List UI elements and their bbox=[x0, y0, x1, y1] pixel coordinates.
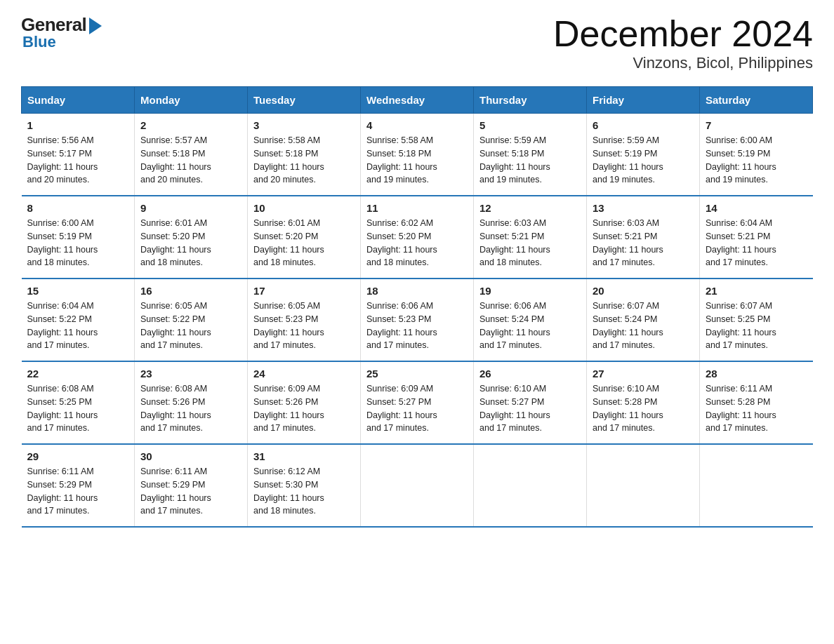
calendar-cell: 15 Sunrise: 6:04 AMSunset: 5:22 PMDaylig… bbox=[22, 279, 135, 361]
calendar-cell: 1 Sunrise: 5:56 AMSunset: 5:17 PMDayligh… bbox=[22, 114, 135, 196]
calendar-cell: 12 Sunrise: 6:03 AMSunset: 5:21 PMDaylig… bbox=[474, 196, 587, 279]
calendar-cell bbox=[361, 444, 474, 527]
calendar-cell: 23 Sunrise: 6:08 AMSunset: 5:26 PMDaylig… bbox=[135, 361, 248, 444]
day-info: Sunrise: 6:11 AMSunset: 5:29 PMDaylight:… bbox=[140, 465, 241, 518]
day-number: 27 bbox=[593, 368, 694, 380]
day-number: 11 bbox=[366, 202, 468, 214]
day-info: Sunrise: 6:12 AMSunset: 5:30 PMDaylight:… bbox=[253, 465, 355, 518]
calendar-cell: 7 Sunrise: 6:00 AMSunset: 5:19 PMDayligh… bbox=[700, 114, 813, 196]
day-number: 21 bbox=[706, 285, 807, 297]
calendar-header-sunday: Sunday bbox=[22, 87, 135, 114]
day-number: 16 bbox=[140, 285, 241, 297]
day-info: Sunrise: 6:02 AMSunset: 5:20 PMDaylight:… bbox=[366, 217, 468, 269]
day-number: 14 bbox=[706, 202, 807, 214]
calendar-cell: 3 Sunrise: 5:58 AMSunset: 5:18 PMDayligh… bbox=[248, 114, 361, 196]
calendar-cell: 22 Sunrise: 6:08 AMSunset: 5:25 PMDaylig… bbox=[22, 361, 135, 444]
day-info: Sunrise: 6:11 AMSunset: 5:29 PMDaylight:… bbox=[27, 465, 129, 518]
calendar-table: SundayMondayTuesdayWednesdayThursdayFrid… bbox=[21, 86, 813, 528]
calendar-cell: 18 Sunrise: 6:06 AMSunset: 5:23 PMDaylig… bbox=[361, 279, 474, 361]
day-number: 29 bbox=[27, 450, 129, 462]
day-info: Sunrise: 6:04 AMSunset: 5:22 PMDaylight:… bbox=[27, 300, 129, 352]
calendar-cell: 14 Sunrise: 6:04 AMSunset: 5:21 PMDaylig… bbox=[700, 196, 813, 279]
calendar-cell: 29 Sunrise: 6:11 AMSunset: 5:29 PMDaylig… bbox=[22, 444, 135, 527]
title-section: December 2024 Vinzons, Bicol, Philippine… bbox=[553, 14, 813, 72]
day-info: Sunrise: 6:04 AMSunset: 5:21 PMDaylight:… bbox=[706, 217, 807, 269]
day-number: 19 bbox=[479, 285, 581, 297]
day-info: Sunrise: 5:56 AMSunset: 5:17 PMDaylight:… bbox=[27, 134, 129, 187]
calendar-cell: 30 Sunrise: 6:11 AMSunset: 5:29 PMDaylig… bbox=[135, 444, 248, 527]
location-subtitle: Vinzons, Bicol, Philippines bbox=[553, 54, 813, 72]
calendar-header-row: SundayMondayTuesdayWednesdayThursdayFrid… bbox=[22, 87, 813, 114]
calendar-cell: 5 Sunrise: 5:59 AMSunset: 5:18 PMDayligh… bbox=[474, 114, 587, 196]
calendar-cell: 16 Sunrise: 6:05 AMSunset: 5:22 PMDaylig… bbox=[135, 279, 248, 361]
day-number: 17 bbox=[253, 285, 355, 297]
calendar-cell: 25 Sunrise: 6:09 AMSunset: 5:27 PMDaylig… bbox=[361, 361, 474, 444]
calendar-cell: 2 Sunrise: 5:57 AMSunset: 5:18 PMDayligh… bbox=[135, 114, 248, 196]
day-number: 7 bbox=[706, 119, 807, 131]
calendar-cell: 26 Sunrise: 6:10 AMSunset: 5:27 PMDaylig… bbox=[474, 361, 587, 444]
day-number: 10 bbox=[253, 202, 355, 214]
day-number: 4 bbox=[366, 119, 468, 131]
calendar-cell bbox=[587, 444, 700, 527]
logo-triangle-icon bbox=[89, 18, 102, 34]
day-info: Sunrise: 6:05 AMSunset: 5:23 PMDaylight:… bbox=[253, 300, 355, 352]
page-header: General Blue December 2024 Vinzons, Bico… bbox=[21, 14, 813, 72]
calendar-cell: 19 Sunrise: 6:06 AMSunset: 5:24 PMDaylig… bbox=[474, 279, 587, 361]
calendar-cell: 4 Sunrise: 5:58 AMSunset: 5:18 PMDayligh… bbox=[361, 114, 474, 196]
calendar-body: 1 Sunrise: 5:56 AMSunset: 5:17 PMDayligh… bbox=[22, 114, 813, 528]
day-info: Sunrise: 6:01 AMSunset: 5:20 PMDaylight:… bbox=[140, 217, 241, 269]
day-number: 12 bbox=[479, 202, 581, 214]
day-info: Sunrise: 5:58 AMSunset: 5:18 PMDaylight:… bbox=[253, 134, 355, 187]
day-info: Sunrise: 6:03 AMSunset: 5:21 PMDaylight:… bbox=[479, 217, 581, 269]
day-info: Sunrise: 6:09 AMSunset: 5:27 PMDaylight:… bbox=[366, 382, 468, 435]
calendar-cell: 6 Sunrise: 5:59 AMSunset: 5:19 PMDayligh… bbox=[587, 114, 700, 196]
day-number: 2 bbox=[140, 119, 241, 131]
calendar-cell: 13 Sunrise: 6:03 AMSunset: 5:21 PMDaylig… bbox=[587, 196, 700, 279]
day-number: 15 bbox=[27, 285, 129, 297]
day-number: 22 bbox=[27, 368, 129, 380]
day-number: 20 bbox=[593, 285, 694, 297]
day-number: 13 bbox=[593, 202, 694, 214]
calendar-cell bbox=[700, 444, 813, 527]
calendar-week-row: 29 Sunrise: 6:11 AMSunset: 5:29 PMDaylig… bbox=[22, 444, 813, 527]
calendar-cell: 10 Sunrise: 6:01 AMSunset: 5:20 PMDaylig… bbox=[248, 196, 361, 279]
calendar-week-row: 1 Sunrise: 5:56 AMSunset: 5:17 PMDayligh… bbox=[22, 114, 813, 196]
day-number: 28 bbox=[706, 368, 807, 380]
day-info: Sunrise: 6:08 AMSunset: 5:25 PMDaylight:… bbox=[27, 382, 129, 435]
day-number: 8 bbox=[27, 202, 129, 214]
day-info: Sunrise: 6:10 AMSunset: 5:28 PMDaylight:… bbox=[593, 382, 694, 435]
day-info: Sunrise: 5:58 AMSunset: 5:18 PMDaylight:… bbox=[366, 134, 468, 187]
calendar-cell: 27 Sunrise: 6:10 AMSunset: 5:28 PMDaylig… bbox=[587, 361, 700, 444]
day-info: Sunrise: 6:01 AMSunset: 5:20 PMDaylight:… bbox=[253, 217, 355, 269]
day-number: 6 bbox=[593, 119, 694, 131]
day-number: 26 bbox=[479, 368, 581, 380]
day-number: 3 bbox=[253, 119, 355, 131]
day-number: 24 bbox=[253, 368, 355, 380]
day-info: Sunrise: 5:59 AMSunset: 5:19 PMDaylight:… bbox=[593, 134, 694, 187]
day-info: Sunrise: 6:06 AMSunset: 5:23 PMDaylight:… bbox=[366, 300, 468, 352]
day-info: Sunrise: 6:05 AMSunset: 5:22 PMDaylight:… bbox=[140, 300, 241, 352]
logo-blue-text: Blue bbox=[22, 33, 56, 51]
calendar-header-saturday: Saturday bbox=[700, 87, 813, 114]
day-info: Sunrise: 6:07 AMSunset: 5:24 PMDaylight:… bbox=[593, 300, 694, 352]
day-info: Sunrise: 5:59 AMSunset: 5:18 PMDaylight:… bbox=[479, 134, 581, 187]
day-number: 31 bbox=[253, 450, 355, 462]
calendar-header-friday: Friday bbox=[587, 87, 700, 114]
logo: General Blue bbox=[21, 14, 102, 51]
day-number: 9 bbox=[140, 202, 241, 214]
day-info: Sunrise: 6:09 AMSunset: 5:26 PMDaylight:… bbox=[253, 382, 355, 435]
day-info: Sunrise: 6:00 AMSunset: 5:19 PMDaylight:… bbox=[27, 217, 129, 269]
calendar-cell: 21 Sunrise: 6:07 AMSunset: 5:25 PMDaylig… bbox=[700, 279, 813, 361]
day-info: Sunrise: 6:08 AMSunset: 5:26 PMDaylight:… bbox=[140, 382, 241, 435]
day-number: 1 bbox=[27, 119, 129, 131]
calendar-cell: 17 Sunrise: 6:05 AMSunset: 5:23 PMDaylig… bbox=[248, 279, 361, 361]
calendar-cell: 28 Sunrise: 6:11 AMSunset: 5:28 PMDaylig… bbox=[700, 361, 813, 444]
day-info: Sunrise: 6:00 AMSunset: 5:19 PMDaylight:… bbox=[706, 134, 807, 187]
calendar-week-row: 15 Sunrise: 6:04 AMSunset: 5:22 PMDaylig… bbox=[22, 279, 813, 361]
day-info: Sunrise: 6:07 AMSunset: 5:25 PMDaylight:… bbox=[706, 300, 807, 352]
calendar-cell: 9 Sunrise: 6:01 AMSunset: 5:20 PMDayligh… bbox=[135, 196, 248, 279]
day-info: Sunrise: 6:11 AMSunset: 5:28 PMDaylight:… bbox=[706, 382, 807, 435]
calendar-cell: 11 Sunrise: 6:02 AMSunset: 5:20 PMDaylig… bbox=[361, 196, 474, 279]
calendar-cell: 20 Sunrise: 6:07 AMSunset: 5:24 PMDaylig… bbox=[587, 279, 700, 361]
calendar-cell: 31 Sunrise: 6:12 AMSunset: 5:30 PMDaylig… bbox=[248, 444, 361, 527]
